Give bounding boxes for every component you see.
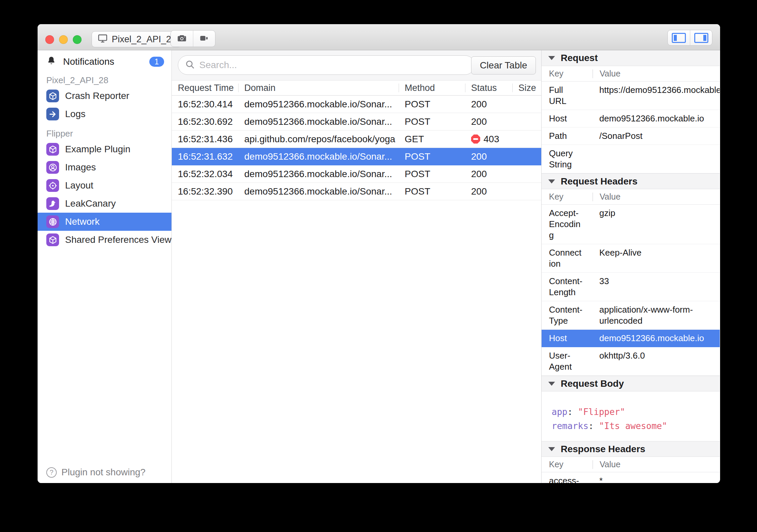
kv-row[interactable]: Connection Keep-Alive <box>542 244 720 273</box>
kv-row[interactable]: Query String <box>542 145 720 173</box>
cell-status: 200 <box>465 169 512 179</box>
kv-row[interactable]: User-Agent okhttp/3.6.0 <box>542 347 720 376</box>
cell-request-time: 16:52:30.414 <box>172 99 238 110</box>
body-key: app <box>552 407 567 417</box>
kv-key: Host <box>542 113 593 124</box>
column-header-size[interactable]: Size <box>512 81 541 95</box>
help-icon: ? <box>46 467 57 478</box>
cell-request-time: 16:52:30.692 <box>172 116 238 127</box>
section-header-request-body[interactable]: Request Body <box>542 376 720 391</box>
sidebar-item-notifications[interactable]: Notifications 1 <box>38 54 171 70</box>
bird-icon <box>46 197 59 210</box>
status-code: 200 <box>471 116 487 127</box>
collapse-triangle-icon <box>548 179 555 183</box>
cell-status: 200 <box>465 151 512 162</box>
clear-table-button[interactable]: Clear Table <box>471 56 536 74</box>
table-body: 16:52:30.414 demo9512366.mockable.io/Son… <box>172 96 541 483</box>
kv-row[interactable]: Host demo9512366.mockable.io <box>542 330 720 347</box>
network-request-row[interactable]: 16:52:31.436 api.github.com/repos/facebo… <box>172 130 541 148</box>
screen-record-button[interactable] <box>193 31 215 47</box>
cell-method: POST <box>399 151 465 162</box>
kv-key: Query String <box>542 148 593 170</box>
pane-left-icon <box>672 33 686 43</box>
plugin-help-link[interactable]: ? Plugin not showing? <box>46 467 146 478</box>
kv-row[interactable]: Content-Length 33 <box>542 273 720 301</box>
kv-row[interactable]: Host demo9512366.mockable.io <box>542 110 720 127</box>
cube-icon <box>46 233 59 246</box>
table-header-row: Request Time Domain Method Status Size <box>172 81 541 96</box>
request-headers-kv-rows: Accept-Encoding gzip Connection Keep-Ali… <box>542 205 720 376</box>
body-value: "Its awesome" <box>599 421 667 431</box>
kv-key: Host <box>542 333 593 344</box>
status-code: 200 <box>471 186 487 197</box>
plugin-label: Layout <box>65 180 93 191</box>
sidebar-section-device: Pixel_2_API_28 <box>46 75 171 86</box>
cell-request-time: 16:52:32.034 <box>172 169 238 179</box>
kv-row[interactable]: access-control-allow-origin * <box>542 472 720 483</box>
kv-header-row: Key Value <box>542 66 720 82</box>
column-header-request-time[interactable]: Request Time <box>172 81 238 95</box>
kv-key: Connection <box>542 247 593 269</box>
target-icon <box>46 179 59 192</box>
search-icon <box>185 59 195 71</box>
sidebar-plugin-item[interactable]: Shared Preferences Viewer <box>38 231 171 249</box>
device-selector-button[interactable]: Pixel_2_API_28 <box>92 31 182 47</box>
capture-button-group <box>170 30 215 47</box>
network-request-row[interactable]: 16:52:31.632 demo9512366.mockable.io/Son… <box>172 148 541 165</box>
kv-header-row: Key Value <box>542 457 720 472</box>
sidebar-plugin-item[interactable]: Logs <box>38 105 171 123</box>
cell-method: POST <box>399 116 465 127</box>
cell-domain: demo9512366.mockable.io/Sonar... <box>238 151 399 162</box>
device-name-label: Pixel_2_API_28 <box>112 34 176 45</box>
kv-row[interactable]: Path /SonarPost <box>542 127 720 145</box>
network-request-row[interactable]: 16:52:30.414 demo9512366.mockable.io/Son… <box>172 96 541 113</box>
network-request-row[interactable]: 16:52:32.390 demo9512366.mockable.io/Son… <box>172 183 541 200</box>
cell-status: 200 <box>465 186 512 197</box>
cell-status: 200 <box>465 99 512 110</box>
sidebar-plugin-item[interactable]: Example Plugin <box>38 140 171 158</box>
search-input[interactable] <box>199 60 468 70</box>
kv-value: demo9512366.mockable.io <box>593 113 720 124</box>
arrow-right-icon <box>46 108 59 120</box>
kv-value: /SonarPost <box>593 130 720 142</box>
sidebar-plugin-item[interactable]: Images <box>38 158 171 176</box>
column-header-method[interactable]: Method <box>399 81 465 95</box>
table-toolbar: Clear Table <box>172 50 541 81</box>
kv-row[interactable]: Content-Type application/x-www-form-urle… <box>542 301 720 330</box>
section-header-request-headers[interactable]: Request Headers <box>542 173 720 189</box>
plugin-label: Logs <box>65 109 86 119</box>
bell-icon <box>46 56 56 68</box>
section-header-response-headers[interactable]: Response Headers <box>542 441 720 457</box>
sidebar-plugin-item[interactable]: LeakCanary <box>38 195 171 213</box>
kv-key: Accept-Encoding <box>542 208 593 241</box>
toggle-left-sidebar-button[interactable] <box>668 30 690 45</box>
device-plugin-list: Crash Reporter Logs <box>38 87 171 123</box>
kv-value: application/x-www-form-urlencoded <box>593 304 720 326</box>
kv-value: https://demo9512366.mockable.io/SonarPos… <box>593 85 720 107</box>
sidebar-plugin-item[interactable]: Layout <box>38 176 171 195</box>
window-titlebar[interactable]: Pixel_2_API_28 <box>38 24 720 50</box>
desktop-background: Pixel_2_API_28 <box>0 0 757 532</box>
flipper-window: Pixel_2_API_28 <box>38 24 720 483</box>
zoom-window-button[interactable] <box>73 35 82 44</box>
minimize-window-button[interactable] <box>59 35 68 44</box>
sidebar-plugin-item[interactable]: Network <box>38 213 171 231</box>
column-header-domain[interactable]: Domain <box>238 81 399 95</box>
value-column-header: Value <box>593 192 620 202</box>
network-request-row[interactable]: 16:52:32.034 demo9512366.mockable.io/Son… <box>172 165 541 183</box>
network-request-row[interactable]: 16:52:30.692 demo9512366.mockable.io/Son… <box>172 113 541 130</box>
column-header-status[interactable]: Status <box>465 81 512 95</box>
kv-row[interactable]: Accept-Encoding gzip <box>542 205 720 244</box>
search-box[interactable] <box>178 55 475 75</box>
screenshot-button[interactable] <box>171 31 193 47</box>
body-key: remarks <box>552 421 589 431</box>
cell-domain: api.github.com/repos/facebook/yoga <box>238 134 399 145</box>
toggle-right-sidebar-button[interactable] <box>690 30 712 45</box>
section-header-request[interactable]: Request <box>542 50 720 66</box>
key-column-header: Key <box>542 460 593 469</box>
close-window-button[interactable] <box>45 35 54 44</box>
kv-row[interactable]: Full URL https://demo9512366.mockable.io… <box>542 82 720 110</box>
sidebar-plugin-item[interactable]: Crash Reporter <box>38 87 171 105</box>
plugin-label: Crash Reporter <box>65 91 129 101</box>
collapse-triangle-icon <box>548 382 555 386</box>
